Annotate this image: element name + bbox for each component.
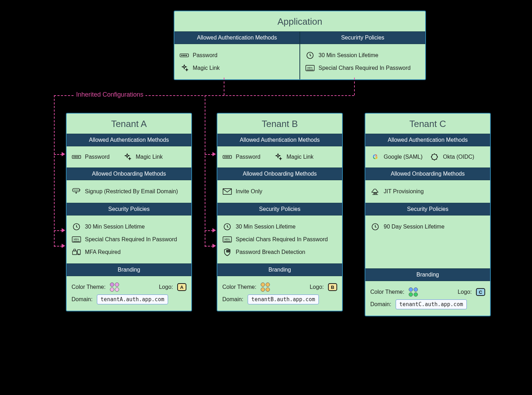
tenant-b-sec-chars: !#$% Special Chars Required In Password [222, 233, 337, 246]
svg-point-24 [226, 157, 227, 157]
tenant-a-brand-header: Branding [67, 263, 191, 276]
label: MFA Required [85, 249, 120, 255]
tenant-b-onboard-invite: Invite Only [222, 185, 337, 198]
connector [205, 95, 205, 247]
label: 30 Min Session Lifetime [85, 224, 145, 230]
connector [54, 95, 55, 247]
connector [224, 78, 224, 95]
clock-icon [370, 223, 380, 231]
arrow-icon [62, 152, 65, 156]
label: Magic Link [136, 154, 162, 160]
svg-point-2 [183, 55, 184, 56]
tenant-c-brand-header: Branding [365, 268, 490, 281]
special-chars-icon: !#$% [222, 235, 232, 244]
svg-point-25 [228, 157, 228, 157]
label: Invite Only [236, 188, 262, 195]
password-icon [72, 153, 81, 161]
domain-value: tenantA.auth.app.com [97, 294, 168, 304]
tenant-a-sec-chars: !#$% Special Chars Required In Password [72, 233, 186, 246]
tenant-c-auth-okta: Okta (OIDC) [429, 153, 474, 161]
arrow-icon [212, 228, 216, 232]
app-auth-header: Allowed Authentication Methods [174, 31, 299, 44]
svg-rect-20 [74, 249, 75, 251]
app-auth-password-label: Password [193, 52, 217, 59]
svg-point-26 [229, 157, 230, 157]
svg-point-21 [79, 254, 79, 254]
tenant-c-sec-session: 90 Day Session Lifetime [370, 220, 485, 233]
connector [54, 154, 62, 155]
svg-point-1 [181, 55, 182, 56]
app-sec-chars: !#$% Special Chars Required In Password [305, 62, 420, 74]
tenant-c-sec-header: Security Policies [365, 203, 490, 215]
theme-label: Color Theme: [222, 284, 256, 290]
clock-icon [305, 51, 315, 60]
label: 90 Day Session Lifetime [384, 224, 445, 230]
svg-point-12 [78, 157, 79, 157]
tenant-a-auth-password: Password [72, 153, 110, 161]
connector [205, 246, 213, 247]
color-swatches [409, 287, 419, 297]
tenant-a-auth-magic: Magic Link [122, 153, 162, 161]
google-icon: G [370, 153, 380, 161]
svg-text:!#$%: !#$% [73, 238, 79, 241]
logo-label: Logo: [310, 284, 324, 290]
domain-label: Domain: [370, 301, 391, 308]
diagram-canvas: Application Allowed Authentication Metho… [41, 11, 491, 346]
tenant-c-title: Tenant C [365, 114, 490, 134]
tenant-b-onboard-header: Allowed Onboarding Methods [217, 168, 342, 180]
svg-point-4 [186, 55, 187, 56]
app-sec-session-label: 30 Min Session Lifetime [318, 52, 378, 59]
svg-text:!#$%: !#$% [224, 238, 230, 241]
logo-label: Logo: [458, 289, 472, 295]
label: Password Breach Detection [236, 249, 305, 255]
label: Magic Link [286, 154, 313, 160]
domain-label: Domain: [72, 296, 93, 303]
tenant-c-onboard-header: Allowed Onboarding Methods [365, 168, 490, 180]
tenant-a-sec-mfa: MFA Required [72, 246, 186, 259]
shield-alert-icon [222, 248, 232, 256]
connector [205, 154, 213, 155]
tenant-c-auth-header: Allowed Authentication Methods [365, 134, 490, 146]
tenant-b-sec-session: 30 Min Session Lifetime [222, 220, 337, 233]
password-icon [222, 153, 232, 161]
svg-text:!#$%: !#$% [307, 67, 313, 69]
logo-badge: C [476, 288, 485, 296]
logo-label: Logo: [159, 284, 173, 290]
tenant-b-auth-header: Allowed Authentication Methods [217, 134, 342, 146]
theme-label: Color Theme: [370, 289, 404, 295]
app-sec-chars-label: Special Chars Required In Password [318, 65, 410, 71]
theme-label: Color Theme: [72, 284, 106, 290]
sparkle-icon [179, 64, 189, 72]
password-icon [179, 51, 189, 60]
special-chars-icon: !#$% [305, 64, 315, 72]
app-auth-magic: Magic Link [179, 62, 295, 74]
domain-value: tenantB.auth.app.com [248, 294, 319, 304]
tenant-c-auth-google: G Google (SAML) [370, 153, 422, 161]
app-sec-header: Securirty Policies [300, 31, 425, 44]
special-chars-icon: !#$% [72, 235, 81, 244]
envelope-icon [222, 187, 232, 196]
tenant-b-brand-header: Branding [217, 263, 342, 276]
inherited-config-label: Inherited Configurations [74, 91, 146, 98]
arrow-icon [212, 152, 216, 156]
label: Password [85, 154, 110, 160]
label: Password [236, 154, 260, 160]
svg-point-3 [185, 55, 185, 56]
connector [205, 230, 213, 231]
label: 30 Min Session Lifetime [236, 224, 296, 230]
domain-label: Domain: [222, 296, 243, 303]
color-swatches [110, 282, 120, 292]
application-title: Application [174, 11, 425, 31]
tenant-b-auth-magic: Magic Link [273, 153, 313, 161]
connector [354, 78, 355, 95]
tenant-a-onboard-header: Allowed Onboarding Methods [67, 168, 191, 180]
tenant-a-auth-header: Allowed Authentication Methods [67, 134, 191, 146]
connector [54, 246, 62, 247]
color-swatches [261, 282, 271, 292]
clock-icon [222, 223, 232, 231]
arrow-icon [212, 244, 216, 248]
label: JIT Provisioning [384, 188, 424, 195]
tenant-a-title: Tenant A [67, 114, 191, 134]
sparkle-icon [273, 153, 283, 161]
svg-point-33 [374, 193, 375, 194]
